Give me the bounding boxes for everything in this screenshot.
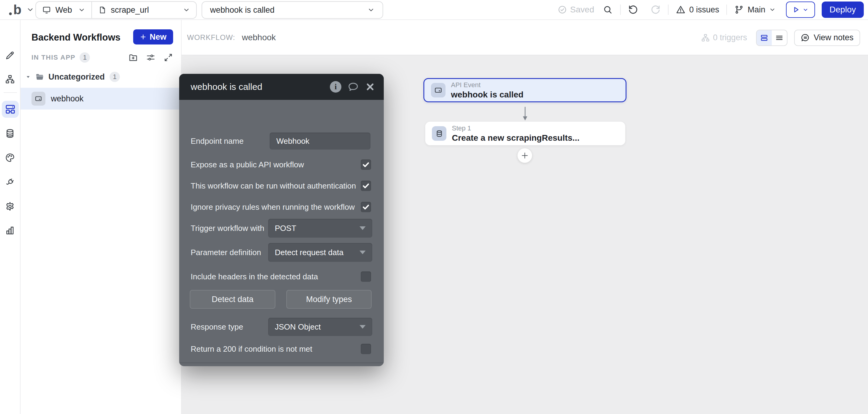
chevron-down-icon	[78, 6, 85, 13]
ignore-privacy-label: Ignore privacy rules when running the wo…	[191, 202, 355, 212]
bubble-logo[interactable]: b	[9, 3, 22, 17]
info-icon[interactable]: i	[330, 81, 341, 93]
scope-label: IN THIS APP	[31, 54, 75, 61]
divider	[726, 4, 727, 15]
pencil-icon[interactable]	[5, 50, 15, 61]
sitemap-icon[interactable]	[5, 74, 15, 85]
no-auth-label: This workflow can be run without authent…	[191, 181, 356, 191]
parameter-definition-label: Parameter definition	[191, 248, 261, 257]
expand-icon[interactable]	[163, 53, 173, 62]
triggers-indicator: 0 triggers	[701, 33, 747, 42]
chevron-down-icon	[803, 7, 808, 13]
view-notes-button[interactable]: View notes	[794, 30, 860, 46]
view-mode-list[interactable]	[772, 30, 787, 45]
undo-icon[interactable]	[628, 4, 638, 15]
panel-title: Backend Workflows	[31, 32, 120, 43]
issues-label: 0 issues	[689, 5, 719, 14]
workflow-selector-label: webhook is called	[210, 5, 275, 15]
event-properties-dialog: webhook is called i Endpoint name Expose…	[179, 74, 384, 366]
triangle-down-icon	[360, 226, 366, 230]
triangle-down-icon	[360, 251, 366, 254]
trigger-with-label: Trigger workflow with	[191, 224, 264, 233]
comment-icon[interactable]	[347, 81, 359, 93]
workflow-selector-dropdown[interactable]: webhook is called	[202, 1, 383, 19]
endpoint-name-input[interactable]	[270, 132, 370, 150]
platform-dropdown[interactable]: Web	[36, 2, 91, 18]
folder-row-uncategorized[interactable]: Uncategorized 1	[21, 70, 181, 84]
chevron-down-icon	[367, 6, 375, 13]
chevron-down-icon[interactable]	[26, 6, 34, 13]
page-dropdown[interactable]: scrape_url	[92, 2, 196, 18]
include-headers-label: Include headers in the detected data	[191, 272, 318, 282]
trigger-method-value: POST	[275, 224, 296, 233]
database-icon[interactable]	[5, 128, 15, 138]
parameter-definition-value: Detect request data	[275, 248, 343, 257]
no-auth-checkbox[interactable]	[361, 181, 371, 191]
arrow-down-icon	[521, 106, 529, 121]
return-200-checkbox[interactable]	[361, 344, 371, 354]
git-branch-icon	[734, 5, 744, 14]
response-type-label: Response type	[191, 322, 243, 332]
checkmark-icon	[362, 203, 370, 211]
chevron-down-icon	[769, 6, 776, 13]
issues-indicator[interactable]: 0 issues	[676, 5, 719, 14]
expose-api-checkbox[interactable]	[361, 159, 371, 170]
branch-menu[interactable]: Main	[734, 5, 776, 14]
node-kind-label: Step 1	[452, 124, 580, 132]
trigger-method-select[interactable]: POST	[268, 219, 372, 237]
include-headers-checkbox[interactable]	[361, 272, 371, 282]
page-label: scrape_url	[111, 5, 149, 15]
close-icon[interactable]	[365, 82, 375, 92]
chevron-down-icon	[183, 6, 190, 13]
return-200-label: Return a 200 if condition is not met	[191, 344, 312, 354]
bubble-editor: b Web scrape_url	[0, 0, 868, 414]
dialog-header[interactable]: webhook is called i	[179, 74, 384, 100]
deploy-button[interactable]: Deploy	[822, 1, 864, 18]
caret-down-icon[interactable]	[25, 74, 31, 79]
bar-chart-icon[interactable]	[5, 225, 15, 235]
scope-count-badge: 1	[80, 52, 90, 63]
sidebar-item-webhook[interactable]: webhook	[21, 88, 181, 109]
gear-icon[interactable]	[5, 201, 15, 212]
step-1-node[interactable]: Step 1 Create a new scrapingResults...	[425, 122, 625, 145]
view-mode-toggle	[756, 30, 787, 46]
redo-icon[interactable]	[650, 4, 661, 15]
modify-types-button[interactable]: Modify types	[286, 290, 372, 309]
endpoint-name-label: Endpoint name	[191, 136, 244, 146]
view-mode-cards[interactable]	[756, 30, 772, 45]
sliders-icon[interactable]	[146, 53, 156, 62]
divider	[179, 362, 384, 363]
api-event-icon	[31, 92, 45, 106]
warning-triangle-icon	[676, 5, 685, 14]
new-workflow-button[interactable]: New	[133, 29, 173, 44]
plug-icon[interactable]	[5, 177, 15, 187]
monitor-icon	[42, 5, 51, 14]
search-icon[interactable]	[602, 4, 613, 15]
folder-count-badge: 1	[110, 72, 120, 82]
workflow-label: WORKFLOW:	[187, 33, 235, 42]
api-event-node[interactable]: API Event webhook is called	[424, 78, 626, 102]
workflow-icon[interactable]	[2, 101, 19, 118]
detect-data-button[interactable]: Detect data	[190, 290, 275, 309]
folder-plus-icon[interactable]	[128, 53, 138, 62]
checkmark-icon	[362, 161, 370, 168]
parameter-definition-select[interactable]: Detect request data	[268, 243, 372, 262]
workflow-name[interactable]: webhook	[242, 33, 276, 42]
save-status-label: Saved	[570, 5, 594, 14]
divider	[4, 92, 17, 93]
logo-dot-icon	[9, 12, 12, 15]
ignore-privacy-checkbox[interactable]	[361, 202, 371, 212]
response-type-select[interactable]: JSON Object	[268, 318, 372, 336]
plus-icon	[521, 152, 529, 159]
file-icon	[98, 6, 106, 14]
sitemap-icon	[701, 33, 710, 42]
palette-icon[interactable]	[5, 153, 15, 163]
triggers-label: 0 triggers	[713, 33, 747, 42]
node-kind-label: API Event	[451, 81, 524, 89]
top-bar: b Web scrape_url	[0, 0, 868, 20]
add-step-button[interactable]	[518, 148, 532, 163]
response-type-value: JSON Object	[275, 322, 321, 332]
run-button[interactable]	[786, 1, 815, 18]
context-switcher: Web scrape_url	[35, 1, 197, 19]
branch-label: Main	[748, 5, 766, 14]
